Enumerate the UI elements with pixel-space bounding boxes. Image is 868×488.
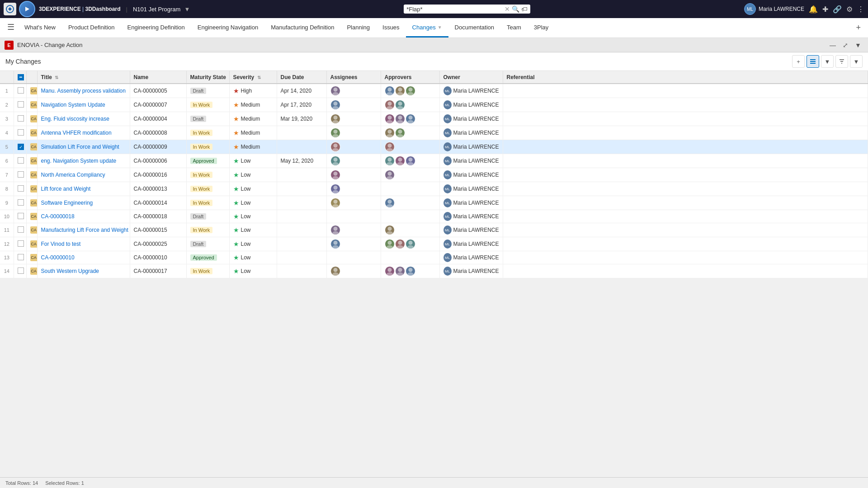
row-title[interactable]: Navigation System Update	[37, 98, 130, 112]
row-title[interactable]: Antenna VHFER modification	[37, 126, 130, 140]
nav-item-engineering-navigation[interactable]: Engineering Navigation	[191, 18, 264, 38]
col-header-title[interactable]: Title ⇅	[37, 71, 130, 84]
nav-item-team[interactable]: Team	[500, 18, 528, 38]
row-checkbox[interactable]: ✓	[18, 144, 24, 150]
row-checkbox-cell[interactable]	[14, 251, 26, 264]
nav-item-planning[interactable]: Planning	[340, 18, 376, 38]
nav-item-whats-new[interactable]: What's New	[18, 18, 62, 38]
tag-icon[interactable]: 🏷	[521, 5, 528, 13]
table-row[interactable]: 5 ✓ CA Simulation Lift Force and Weight …	[0, 140, 868, 154]
nav-add-button[interactable]: +	[852, 18, 864, 38]
row-checkbox-cell[interactable]	[14, 154, 26, 168]
table-row[interactable]: 1 CA Manu. Assembly process validation C…	[0, 84, 868, 98]
col-header-assignees[interactable]: Assignees	[326, 71, 381, 84]
row-checkbox-cell[interactable]	[14, 112, 26, 126]
nav-item-manufacturing-definition[interactable]: Manufacturing Definition	[264, 18, 340, 38]
row-title[interactable]: Manu. Assembly process validation	[37, 84, 130, 98]
row-title[interactable]: Lift force and Weight	[37, 182, 130, 196]
table-row[interactable]: 10 CA CA-00000018 CA-00000018 Draft ★ Lo…	[0, 210, 868, 223]
title-link[interactable]: CA-00000018	[41, 213, 75, 220]
table-row[interactable]: 4 CA Antenna VHFER modification CA-00000…	[0, 126, 868, 140]
table-row[interactable]: 13 CA CA-00000010 CA-00000010 Approved ★…	[0, 251, 868, 264]
row-title[interactable]: Eng. Fluid viscosity increase	[37, 112, 130, 126]
row-checkbox-cell[interactable]	[14, 196, 26, 210]
nav-item-product-definition[interactable]: Product Definition	[62, 18, 121, 38]
row-title[interactable]: Manufacturing Lift Force and Weight	[37, 223, 130, 237]
row-checkbox[interactable]	[18, 199, 24, 206]
row-checkbox-cell[interactable]	[14, 98, 26, 112]
add-icon[interactable]: ✚	[822, 5, 828, 14]
row-checkbox[interactable]	[18, 129, 24, 136]
title-link[interactable]: CA-00000010	[41, 254, 75, 261]
table-row[interactable]: 8 CA Lift force and Weight CA-00000013 I…	[0, 182, 868, 196]
widget-expand-button[interactable]: ⤢	[840, 40, 851, 51]
col-header-maturity[interactable]: Maturity State	[186, 71, 229, 84]
row-checkbox-cell[interactable]	[14, 168, 26, 182]
table-row[interactable]: 2 CA Navigation System Update CA-0000000…	[0, 98, 868, 112]
search-icon[interactable]: 🔍	[512, 5, 519, 13]
table-row[interactable]: 6 CA eng. Navigation System update CA-00…	[0, 154, 868, 168]
list-view-button[interactable]	[807, 55, 819, 68]
row-checkbox[interactable]	[18, 254, 24, 260]
row-checkbox[interactable]	[18, 171, 24, 178]
col-header-owner[interactable]: Owner	[439, 71, 503, 84]
row-checkbox[interactable]	[18, 267, 24, 274]
nav-item-documentation[interactable]: Documentation	[448, 18, 500, 38]
title-link[interactable]: eng. Navigation System update	[41, 158, 117, 164]
settings-dropdown[interactable]: ▼	[850, 55, 863, 68]
widget-menu-button[interactable]: ▼	[853, 40, 863, 51]
table-row[interactable]: 11 CA Manufacturing Lift Force and Weigh…	[0, 223, 868, 237]
row-checkbox-cell[interactable]	[14, 237, 26, 251]
apps-icon[interactable]: ⚙	[846, 5, 853, 14]
row-checkbox-cell[interactable]	[14, 223, 26, 237]
title-link[interactable]: Eng. Fluid viscosity increase	[41, 116, 109, 122]
more-icon[interactable]: ⋮	[857, 5, 864, 14]
col-header-referential[interactable]: Referential	[503, 71, 868, 84]
row-checkbox-cell[interactable]	[14, 84, 26, 98]
title-link[interactable]: Navigation System Update	[41, 102, 105, 108]
row-checkbox[interactable]	[18, 226, 24, 233]
row-checkbox-cell[interactable]	[14, 126, 26, 140]
row-checkbox[interactable]	[18, 157, 24, 164]
title-link[interactable]: Simulation Lift Force and Weight	[41, 144, 119, 150]
table-row[interactable]: 12 CA For Vinod to test CA-00000025 Draf…	[0, 237, 868, 251]
nav-item-3play[interactable]: 3Play	[528, 18, 555, 38]
table-row[interactable]: 7 CA North America Compliancy CA-0000001…	[0, 168, 868, 182]
select-all-checkbox[interactable]: ━	[18, 74, 24, 80]
col-header-severity[interactable]: Severity ⇅	[229, 71, 277, 84]
title-link[interactable]: Lift force and Weight	[41, 186, 91, 192]
share-icon[interactable]: 🔗	[833, 5, 842, 14]
play-button[interactable]	[19, 1, 35, 17]
row-title[interactable]: CA-00000018	[37, 210, 130, 223]
row-title[interactable]: Simulation Lift Force and Weight	[37, 140, 130, 154]
nav-item-engineering-definition[interactable]: Engineering Definition	[121, 18, 191, 38]
row-title[interactable]: eng. Navigation System update	[37, 154, 130, 168]
title-link[interactable]: For Vinod to test	[41, 241, 81, 247]
row-checkbox[interactable]	[18, 185, 24, 192]
title-link[interactable]: Antenna VHFER modification	[41, 130, 112, 136]
nav-item-issues[interactable]: Issues	[376, 18, 406, 38]
search-input[interactable]	[406, 6, 505, 13]
row-checkbox[interactable]	[18, 115, 24, 122]
list-view-dropdown[interactable]: ▼	[821, 55, 834, 68]
col-header-approvers[interactable]: Approvers	[381, 71, 439, 84]
row-checkbox-cell[interactable]	[14, 210, 26, 223]
title-link[interactable]: Software Engineering	[41, 200, 93, 206]
row-title[interactable]: For Vinod to test	[37, 237, 130, 251]
table-row[interactable]: 14 CA South Western Upgrade CA-00000017 …	[0, 264, 868, 278]
table-row[interactable]: 3 CA Eng. Fluid viscosity increase CA-00…	[0, 112, 868, 126]
col-header-checkbox[interactable]: ━	[14, 71, 26, 84]
sidebar-menu-icon[interactable]: ☰	[4, 18, 18, 38]
row-title[interactable]: North America Compliancy	[37, 168, 130, 182]
row-checkbox[interactable]	[18, 101, 24, 108]
table-row[interactable]: 9 CA Software Engineering CA-00000014 In…	[0, 196, 868, 210]
filter-button[interactable]	[835, 55, 848, 68]
title-link[interactable]: South Western Upgrade	[41, 268, 99, 274]
project-dropdown[interactable]: ▼	[184, 6, 190, 13]
row-title[interactable]: Software Engineering	[37, 196, 130, 210]
title-link[interactable]: North America Compliancy	[41, 172, 105, 178]
row-checkbox[interactable]	[18, 87, 24, 94]
row-checkbox-cell[interactable]: ✓	[14, 140, 26, 154]
row-checkbox-cell[interactable]	[14, 182, 26, 196]
row-checkbox-cell[interactable]	[14, 264, 26, 278]
